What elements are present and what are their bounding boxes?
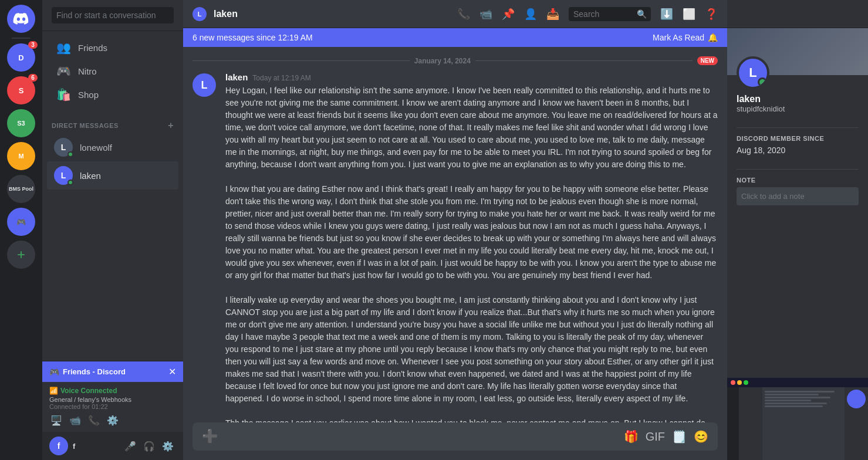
server-list: D 3 S 6 S3 M BMS Pool 🎮 + bbox=[0, 0, 42, 460]
nav-friends[interactable]: 👥 Friends bbox=[47, 36, 178, 59]
emoji-icon[interactable]: 😊 bbox=[694, 429, 708, 444]
date-separator: January 14, 2024 NEW bbox=[183, 52, 727, 70]
ss-line-6 bbox=[765, 405, 823, 407]
laken-avatar: L bbox=[54, 166, 73, 185]
lonewolf-avatar: L bbox=[54, 138, 73, 157]
ss-line-1 bbox=[765, 391, 835, 393]
message-timestamp: Today at 12:19 AM bbox=[252, 74, 310, 82]
notification-bar: 6 new messages since 12:19 AM Mark As Re… bbox=[183, 28, 727, 47]
profile-divider bbox=[737, 127, 859, 128]
pin-icon[interactable]: 📌 bbox=[502, 8, 515, 21]
add-member-icon[interactable]: 👤 bbox=[524, 8, 537, 21]
sticker-icon[interactable]: 🗒️ bbox=[672, 429, 687, 444]
gif-icon[interactable]: GIF bbox=[646, 430, 665, 444]
shop-icon: 🛍️ bbox=[56, 87, 71, 102]
deafen-button[interactable]: 🎧 bbox=[141, 439, 157, 453]
channel-sidebar: 👥 Friends 🎮 Nitro 🛍️ Shop DIRECT MESSAGE… bbox=[42, 0, 183, 460]
message-author: laken bbox=[225, 72, 248, 82]
search-icon: 🔍 bbox=[637, 9, 647, 19]
call-icon[interactable]: 📞 bbox=[457, 8, 470, 21]
voice-actions: 🖥️ 📹 📞 ⚙️ bbox=[49, 414, 176, 427]
ss-line-3 bbox=[765, 397, 830, 398]
profile-member-since: DISCORD MEMBER SINCE Aug 18, 2020 bbox=[727, 135, 868, 162]
dm-item-lonewolf[interactable]: L lonewolf bbox=[47, 133, 178, 161]
right-panel: L laken stupidfcknidiot DISCORD MEMBER S… bbox=[727, 0, 868, 460]
gift-icon[interactable]: 🎁 bbox=[624, 429, 639, 444]
download-icon[interactable]: ⬇️ bbox=[660, 8, 673, 21]
mute-button[interactable]: 🎤 bbox=[122, 439, 139, 453]
inbox-icon[interactable]: 📥 bbox=[546, 8, 559, 21]
chat-input-container: ➕ 🎁 GIF 🗒️ 😊 bbox=[192, 422, 718, 451]
friends-discord-name: Friends - Discord bbox=[63, 367, 126, 376]
message-avatar: L bbox=[192, 73, 216, 97]
friends-discord-bar: 🎮 Friends - Discord ✕ bbox=[42, 361, 183, 382]
help-icon[interactable]: ❓ bbox=[705, 8, 718, 21]
profile-avatar-large: L bbox=[737, 56, 769, 89]
video-button[interactable]: 📹 bbox=[68, 414, 82, 427]
new-badge: NEW bbox=[697, 56, 718, 65]
find-conversation-input[interactable] bbox=[52, 7, 174, 23]
server-badge-1: 3 bbox=[28, 41, 38, 49]
search-input[interactable] bbox=[573, 9, 632, 19]
ss-dot-yellow bbox=[737, 380, 742, 385]
ss-right bbox=[845, 387, 868, 460]
server-icon-2[interactable]: S 6 bbox=[7, 76, 35, 104]
nav-nitro[interactable]: 🎮 Nitro bbox=[47, 59, 178, 83]
note-input[interactable]: Click to add a note bbox=[737, 187, 859, 205]
input-add-button[interactable]: ➕ bbox=[202, 422, 218, 451]
screen-share-button[interactable]: 🖥️ bbox=[49, 414, 63, 427]
server-icon-6[interactable]: 🎮 bbox=[7, 208, 35, 236]
mark-as-read-button[interactable]: Mark As Read 🔔 bbox=[653, 33, 718, 42]
profile-banner: L bbox=[727, 28, 868, 75]
server-icon-1[interactable]: D 3 bbox=[7, 43, 35, 72]
date-text: January 14, 2024 bbox=[414, 57, 471, 65]
ss-line-2 bbox=[765, 394, 819, 395]
server-separator bbox=[12, 38, 31, 39]
ss-sidebar bbox=[727, 387, 739, 460]
search-bar-header[interactable] bbox=[42, 0, 183, 31]
lonewolf-name: lonewolf bbox=[80, 143, 112, 153]
dm-section-header: DIRECT MESSAGES + bbox=[42, 111, 183, 133]
chat-input[interactable] bbox=[222, 425, 619, 448]
friends-discord-close[interactable]: ✕ bbox=[168, 366, 176, 377]
search-bar[interactable]: 🔍 bbox=[569, 7, 651, 21]
profile-discriminator: stupidfcknidiot bbox=[737, 104, 859, 113]
friends-icon: 👥 bbox=[56, 40, 71, 55]
nav-shop[interactable]: 🛍️ Shop bbox=[47, 83, 178, 106]
notification-text: 6 new messages since 12:19 AM bbox=[192, 33, 313, 42]
server-icon-5[interactable]: BMS Pool bbox=[7, 175, 35, 203]
ss-channel bbox=[739, 387, 762, 460]
video-icon[interactable]: 📹 bbox=[479, 8, 492, 21]
voice-channel-name: General / felany's Webhooks bbox=[49, 396, 176, 403]
screenshot-thumbnail bbox=[727, 378, 868, 460]
popout-icon[interactable]: ⬜ bbox=[683, 8, 695, 21]
chat-header-avatar: L bbox=[192, 7, 207, 21]
laken-online-dot bbox=[67, 180, 73, 185]
shop-label: Shop bbox=[78, 90, 99, 100]
user-settings-button[interactable]: ⚙️ bbox=[160, 439, 176, 453]
message-text: Hey Logan, I feel like our relationship … bbox=[225, 84, 718, 422]
voice-status: 📶 Voice Connected bbox=[49, 387, 176, 395]
ss-line-5 bbox=[765, 402, 827, 404]
messages-area[interactable]: January 14, 2024 NEW L laken Today at 12… bbox=[183, 47, 727, 422]
discord-home-icon[interactable] bbox=[7, 5, 35, 33]
server-icon-3[interactable]: S3 bbox=[7, 109, 35, 137]
add-server-button[interactable]: + bbox=[7, 241, 35, 269]
dm-item-laken[interactable]: L laken bbox=[47, 161, 178, 190]
screenshot-thumbnail-container bbox=[727, 378, 868, 460]
ss-dot-red bbox=[731, 380, 735, 385]
nav-items: 👥 Friends 🎮 Nitro 🛍️ Shop bbox=[42, 31, 183, 111]
chat-input-area: ➕ 🎁 GIF 🗒️ 😊 bbox=[183, 422, 727, 460]
profile-note: NOTE Click to add a note bbox=[727, 177, 868, 212]
user-controls: f f 🎤 🎧 ⚙️ bbox=[42, 432, 183, 460]
settings-voice-button[interactable]: ⚙️ bbox=[106, 414, 120, 427]
leave-call-button[interactable]: 📞 bbox=[87, 414, 101, 427]
laken-name: laken bbox=[80, 171, 101, 181]
server-icon-4[interactable]: M bbox=[7, 142, 35, 170]
ss-chat bbox=[762, 387, 845, 460]
status-indicator bbox=[758, 77, 767, 87]
server-badge-2: 6 bbox=[28, 74, 38, 82]
message-group: L laken Today at 12:19 AM Hey Logan, I f… bbox=[183, 70, 727, 422]
dm-add-button[interactable]: + bbox=[168, 120, 174, 131]
input-right-buttons: 🎁 GIF 🗒️ 😊 bbox=[624, 429, 708, 444]
